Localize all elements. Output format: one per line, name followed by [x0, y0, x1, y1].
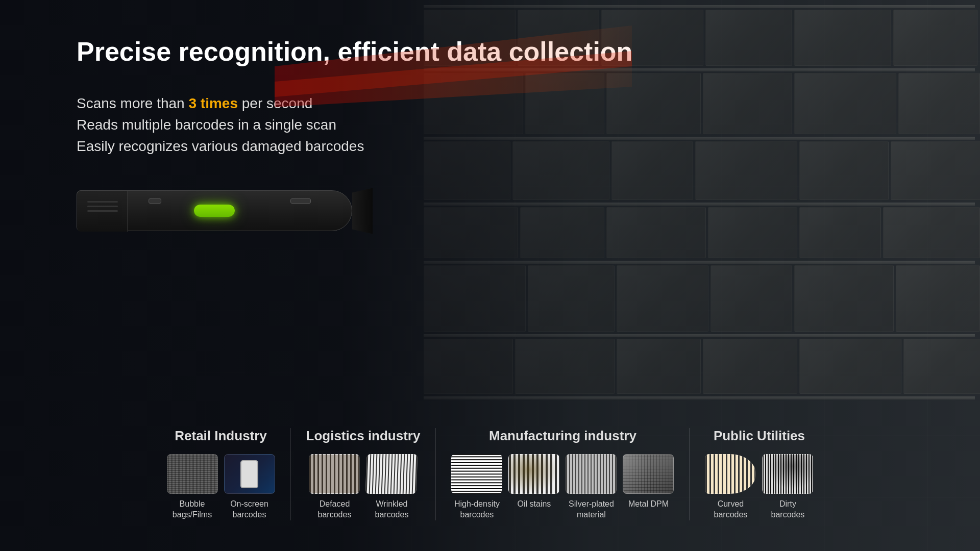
industry-manufacturing-title: Manufacturing industry — [489, 428, 636, 444]
scanner-front — [352, 188, 373, 234]
label-oil: Oil stains — [518, 499, 551, 510]
card-onscreen: On-screen barcodes — [224, 454, 275, 520]
label-silver: Silver-plated material — [566, 499, 617, 520]
manufacturing-cards: High-density barcodes Oil stains Silver-… — [451, 454, 674, 520]
industry-retail-title: Retail Industry — [175, 428, 267, 444]
grip-line — [87, 206, 118, 207]
card-oil: Oil stains — [508, 454, 559, 510]
img-defaced — [309, 454, 360, 494]
scanner-grip-lines — [87, 201, 118, 212]
features-list: Scans more than 3 times per second Reads… — [77, 95, 980, 155]
img-oil — [508, 454, 559, 494]
img-onscreen — [224, 454, 275, 494]
scanner-button-top — [149, 198, 161, 204]
img-high-density — [451, 454, 502, 494]
industry-logistics: Logistics industry Defaced barcodes Wrin… — [291, 428, 436, 520]
label-metal-dpm: Metal DPM — [628, 499, 669, 510]
img-dirty — [762, 454, 813, 494]
scanner-device — [77, 180, 373, 282]
grip-line — [87, 201, 118, 203]
main-content: Precise recognition, efficient data coll… — [0, 0, 980, 282]
feature-1-highlight: 3 times — [188, 95, 238, 111]
card-curved: Curved barcodes — [705, 454, 756, 520]
phone-shape — [240, 460, 258, 488]
label-onscreen: On-screen barcodes — [224, 499, 275, 520]
grip-line — [87, 210, 118, 212]
industry-manufacturing: Manufacturing industry High-density barc… — [436, 428, 690, 520]
public-cards: Curved barcodes Dirty barcodes — [705, 454, 813, 520]
feature-1-prefix: Scans more than — [77, 95, 188, 111]
page-title: Precise recognition, efficient data coll… — [77, 36, 980, 67]
scanner-body — [77, 190, 352, 231]
feature-1-suffix: per second — [238, 95, 312, 111]
industries-section: Retail Industry Bubble bags/Films On-scr… — [0, 428, 980, 520]
feature-line-2: Reads multiple barcodes in a single scan — [77, 117, 980, 133]
led-button — [194, 205, 235, 217]
industry-public: Public Utilities Curved barcodes Dirty b… — [690, 428, 828, 520]
img-metal-dpm — [623, 454, 674, 494]
scanner-button-right — [290, 198, 311, 204]
feature-line-1: Scans more than 3 times per second — [77, 95, 980, 112]
img-silver — [566, 454, 617, 494]
industry-public-title: Public Utilities — [714, 428, 805, 444]
card-silver: Silver-plated material — [566, 454, 617, 520]
label-dirty: Dirty barcodes — [762, 499, 813, 520]
industry-retail: Retail Industry Bubble bags/Films On-scr… — [152, 428, 291, 520]
card-metal-dpm: Metal DPM — [623, 454, 674, 510]
img-bubble — [167, 454, 218, 494]
logistics-cards: Defaced barcodes Wrinkled barcodes — [309, 454, 417, 520]
label-wrinkled: Wrinkled barcodes — [366, 499, 417, 520]
card-wrinkled: Wrinkled barcodes — [366, 454, 417, 520]
scanner-grip — [77, 191, 128, 232]
card-high-density: High-density barcodes — [451, 454, 502, 520]
label-bubble: Bubble bags/Films — [167, 499, 218, 520]
industry-logistics-title: Logistics industry — [306, 428, 421, 444]
feature-line-3: Easily recognizes various damaged barcod… — [77, 138, 980, 155]
label-high-density: High-density barcodes — [451, 499, 502, 520]
img-curved — [705, 454, 756, 494]
card-dirty: Dirty barcodes — [762, 454, 813, 520]
retail-cards: Bubble bags/Films On-screen barcodes — [167, 454, 275, 520]
card-bubble: Bubble bags/Films — [167, 454, 218, 520]
label-curved: Curved barcodes — [705, 499, 756, 520]
label-defaced: Defaced barcodes — [309, 499, 360, 520]
card-defaced: Defaced barcodes — [309, 454, 360, 520]
img-wrinkled — [365, 454, 418, 494]
